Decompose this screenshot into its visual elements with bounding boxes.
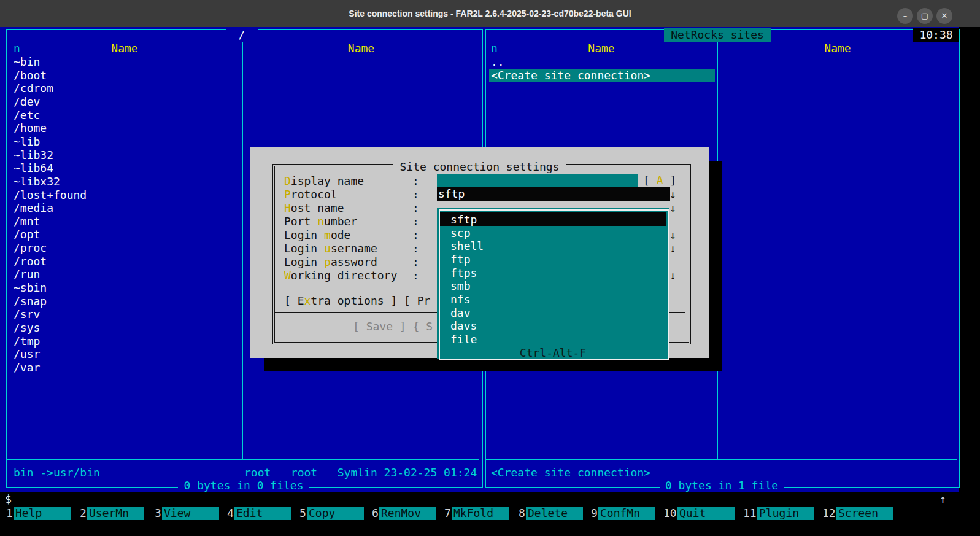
- label-text: ost name: [291, 201, 344, 214]
- hotkey-letter: A: [657, 174, 663, 187]
- save-button[interactable]: [ Save ] { S: [353, 320, 433, 333]
- protocol-option-ftp[interactable]: ftp: [450, 253, 471, 266]
- fkey-number: 8: [519, 507, 525, 520]
- dialog-field-label: Working directory: [284, 269, 397, 282]
- far2l-window: Site connection settings - FAR2L 2.6.4-2…: [0, 0, 980, 536]
- protocol-option-file[interactable]: file: [450, 333, 477, 346]
- label-text: [ E: [284, 294, 304, 307]
- fkey-number: 11: [743, 507, 757, 520]
- protocol-option-ftps[interactable]: ftps: [450, 266, 477, 280]
- fkey-plugin[interactable]: Plugin: [757, 507, 814, 520]
- dialog-field-colon: :: [412, 188, 419, 201]
- label-text: isplay name: [291, 174, 364, 187]
- dialog-field-colon: :: [412, 269, 419, 282]
- hotkey-letter: D: [284, 174, 291, 187]
- dialog-field-colon: :: [412, 215, 419, 228]
- dropdown-footer: Ctrl-Alt-F: [437, 346, 669, 360]
- history-arrow-icon[interactable]: ↓: [669, 269, 676, 282]
- label-text: sername: [331, 242, 377, 255]
- dialog-field-label: Host name: [284, 201, 344, 215]
- protocol-option-smb[interactable]: smb: [450, 279, 471, 293]
- dialog-field-label: Protocol: [284, 188, 338, 201]
- dropdown-option-list: sftpscpshellftpftpssmbnfsdavdavsfile: [437, 208, 669, 359]
- fkey-usermn[interactable]: UserMn: [87, 507, 144, 520]
- hotkey-letter: x: [304, 294, 311, 307]
- fkey-number: 10: [663, 507, 677, 520]
- fkey-number: 12: [822, 507, 836, 520]
- hotkey-letter: H: [284, 201, 291, 214]
- fkey-edit[interactable]: Edit: [234, 507, 291, 520]
- dialog-field-label: Login mode: [284, 228, 350, 242]
- label-text: ode: [331, 228, 351, 241]
- hotkey-letter: m: [324, 228, 331, 241]
- display-name-input[interactable]: [437, 174, 638, 187]
- label-text: [: [643, 174, 657, 187]
- dialog-field-label: Port number: [284, 215, 357, 228]
- history-arrow-icon[interactable]: ↓: [669, 228, 676, 242]
- dialog-field-colon: :: [412, 228, 419, 242]
- fkey-number: 2: [80, 507, 87, 520]
- fkey-number: 7: [444, 507, 451, 520]
- fkey-number: 6: [372, 507, 379, 520]
- protocol-option-dav[interactable]: dav: [450, 306, 471, 320]
- fkey-copy[interactable]: Copy: [307, 507, 364, 520]
- dialog-field-label: Display name: [284, 174, 364, 188]
- fkey-help[interactable]: Help: [14, 507, 71, 520]
- history-arrow-icon[interactable]: ↓: [669, 188, 676, 201]
- label-text: tra options ] [ Pr: [311, 294, 430, 307]
- label-text: Login: [284, 242, 324, 255]
- dialog-field-colon: :: [412, 201, 419, 215]
- fkey-renmov[interactable]: RenMov: [379, 507, 436, 520]
- protocol-combo-field[interactable]: sftp: [437, 187, 670, 201]
- fkey-number: 3: [155, 507, 161, 520]
- extra-options-button[interactable]: [ Extra options ] [ Pr: [284, 294, 430, 308]
- label-text: assword: [331, 255, 377, 268]
- protocol-dropdown: sftpscpshellftpftpssmbnfsdavdavsfile Ctr…: [437, 208, 669, 359]
- label-text: umber: [324, 215, 357, 228]
- dialog-field-colon: :: [412, 242, 419, 255]
- protocol-option-davs[interactable]: davs: [450, 319, 477, 333]
- dialog-field-label: Login password: [284, 255, 377, 269]
- label-text: rotocol: [291, 188, 338, 201]
- hotkey-letter: W: [284, 269, 291, 282]
- protocol-option-nfs[interactable]: nfs: [450, 293, 471, 306]
- dialog-field-colon: :: [412, 255, 419, 269]
- dialog-field-colon: :: [412, 174, 419, 188]
- hotkey-letter: p: [324, 255, 331, 268]
- fkey-quit[interactable]: Quit: [677, 507, 735, 520]
- label-text: Login: [284, 255, 324, 268]
- label-text: orking directory: [291, 269, 397, 282]
- fkey-view[interactable]: View: [162, 507, 219, 520]
- label-text: Login: [284, 228, 324, 241]
- fkey-delete[interactable]: Delete: [526, 507, 583, 520]
- protocol-option-shell[interactable]: shell: [450, 239, 484, 253]
- display-name-history-button[interactable]: [ A ]: [643, 174, 676, 187]
- label-text: Port: [284, 215, 317, 228]
- history-arrow-icon[interactable]: ↓: [669, 242, 676, 255]
- protocol-option-sftp[interactable]: sftp: [450, 213, 477, 227]
- label-text: ]: [663, 174, 677, 187]
- fkey-number: 4: [227, 507, 234, 520]
- dialog-field-label: Login username: [284, 242, 377, 255]
- fkey-number: 9: [591, 507, 598, 520]
- fkey-confmn[interactable]: ConfMn: [598, 507, 655, 520]
- protocol-option-scp[interactable]: scp: [450, 227, 471, 240]
- fkey-number: 1: [6, 507, 13, 520]
- hotkey-letter: u: [324, 242, 331, 255]
- fkey-screen[interactable]: Screen: [836, 507, 893, 520]
- hotkey-letter: n: [317, 215, 324, 228]
- fkey-number: 5: [299, 507, 306, 520]
- hotkey-letter: P: [284, 188, 291, 201]
- history-arrow-icon[interactable]: ↓: [669, 201, 676, 215]
- fkey-mkfold[interactable]: MkFold: [452, 507, 509, 520]
